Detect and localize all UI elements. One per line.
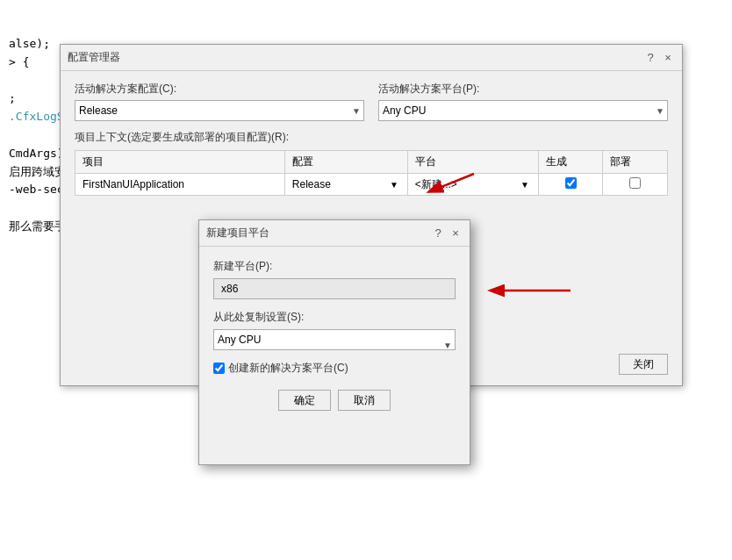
new-platform-label: 新建平台(P): [213,259,456,274]
table-row: FirstNanUIApplication Release Debug ▼ [75,174,668,196]
arrow2-svg [474,277,579,304]
col-header-deploy: 部署 [603,151,668,174]
project-config-cell: Release Debug ▼ [284,174,407,196]
cancel-button[interactable]: 取消 [338,390,391,411]
ok-button[interactable]: 确定 [278,390,331,411]
copy-from-select-wrapper: Any CPU x86 x64 ▼ [213,329,456,361]
copy-from-label: 从此处复制设置(S): [213,310,456,325]
active-platform-select-wrapper: Any CPU x86 ▼ [378,100,668,121]
sub-dialog-controls: ? × [431,226,463,241]
col-header-build: 生成 [538,151,603,174]
project-deploy-cell [603,174,668,196]
arrow1-svg [413,165,483,200]
main-dialog-close-button[interactable]: × [661,51,675,65]
new-platform-input[interactable] [213,278,456,299]
sub-dialog-title: 新建项目平台 [206,226,269,241]
main-dialog-content: 活动解决方案配置(C): Release Debug ▼ 活动解决方案平台(P)… [61,71,682,206]
active-platform-select[interactable]: Any CPU x86 [378,100,668,121]
project-build-cell [538,174,603,196]
sub-dialog-titlebar: 新建项目平台 ? × [199,220,470,247]
close-button[interactable]: 关闭 [619,354,668,375]
main-dialog-footer: 关闭 [619,354,668,375]
arrow1-indicator [413,165,483,203]
new-platform-dialog: 新建项目平台 ? × 新建平台(P): 从此处复制设置(S): Any CPU … [198,219,470,465]
table-header-row: 项目 配置 平台 生成 部署 [75,151,668,174]
main-dialog-controls: ? × [643,51,675,65]
active-config-select[interactable]: Release Debug [75,100,364,121]
main-dialog-titlebar: 配置管理器 ? × [61,45,682,71]
col-header-config: 配置 [284,151,407,174]
active-config-select-wrapper: Release Debug ▼ [75,100,364,121]
active-platform-label: 活动解决方案平台(P): [378,82,668,97]
create-solution-platform-checkbox[interactable] [213,363,225,374]
create-solution-platform-label: 创建新的解决方案平台(C) [228,361,348,376]
create-solution-platform-row: 创建新的解决方案平台(C) [213,361,456,376]
sub-dialog-help-button[interactable]: ? [431,226,445,241]
project-name-cell: FirstNanUIApplication [75,174,285,196]
copy-from-select[interactable]: Any CPU x86 x64 [213,329,456,350]
main-dialog-help-button[interactable]: ? [643,51,657,65]
top-form-row: 活动解决方案配置(C): Release Debug ▼ 活动解决方案平台(P)… [75,82,668,121]
active-platform-group: 活动解决方案平台(P): Any CPU x86 ▼ [378,82,668,121]
active-config-label: 活动解决方案配置(C): [75,82,364,97]
table-section-label: 项目上下文(选定要生成或部署的项目配置)(R): [75,130,668,145]
sub-dialog-content: 新建平台(P): 从此处复制设置(S): Any CPU x86 x64 ▼ 创… [199,247,470,423]
sub-dialog-close-button[interactable]: × [449,226,463,241]
project-config-select[interactable]: Release Debug [292,178,400,190]
arrow2-indicator [474,277,579,306]
sub-dialog-footer: 确定 取消 [213,390,456,411]
col-header-project: 项目 [75,151,285,174]
config-cell-wrapper: Release Debug ▼ [292,178,400,190]
main-dialog-title: 配置管理器 [68,50,120,65]
deploy-checkbox[interactable] [629,177,641,189]
project-table: 项目 配置 平台 生成 部署 FirstNanUIApplication Rel… [75,150,668,196]
active-config-group: 活动解决方案配置(C): Release Debug ▼ [75,82,364,121]
svg-line-1 [430,174,474,191]
build-checkbox[interactable] [565,177,577,189]
